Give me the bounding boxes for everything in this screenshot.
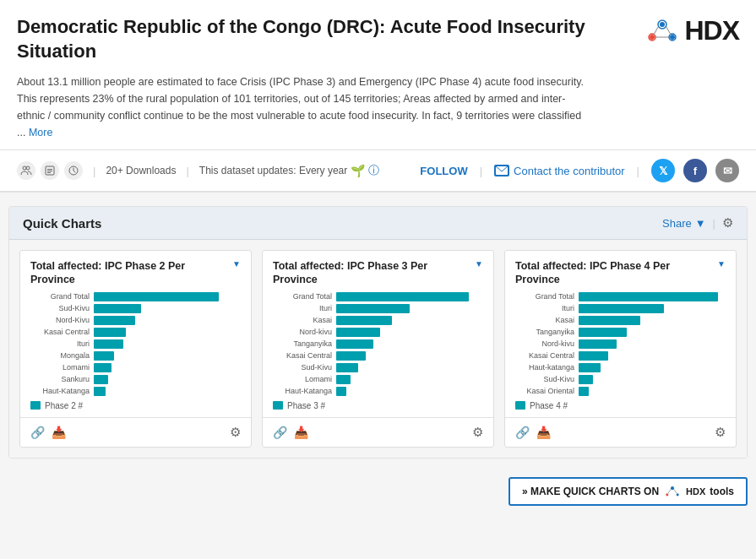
icon-btn-1[interactable]: [17, 161, 35, 180]
make-quick-charts-button[interactable]: » MAKE QUICK CHARTS ON HDX tools: [509, 477, 748, 506]
bar-track: [579, 375, 726, 384]
bar-row: Grand Total: [515, 292, 726, 301]
twitter-button[interactable]: 𝕏: [651, 159, 675, 182]
bar-fill: [579, 375, 593, 384]
bar-track: [336, 304, 483, 313]
more-link[interactable]: More: [29, 127, 52, 138]
chart-2-settings[interactable]: ⚙: [472, 425, 483, 440]
chart-1-title: Total affected: IPC Phase 2 Per Province: [30, 259, 199, 287]
bar-label: Tanganyika: [515, 328, 579, 336]
bar-label: Haut-Katanga: [273, 387, 336, 395]
hdx-logo: HDX: [645, 15, 739, 46]
bar-track: [336, 328, 483, 337]
page-bottom: » MAKE QUICK CHARTS ON HDX tools: [0, 472, 756, 511]
svg-point-7: [650, 35, 655, 40]
chart-1-link-icon[interactable]: 🔗: [30, 426, 45, 439]
svg-line-3: [654, 27, 658, 35]
svg-line-21: [674, 489, 677, 493]
bar-fill: [336, 351, 366, 361]
separator-5: |: [713, 217, 715, 230]
bar-label: Grand Total: [515, 292, 579, 301]
svg-point-9: [23, 166, 26, 170]
bar-fill: [336, 292, 469, 301]
bar-fill: [336, 304, 410, 313]
bar-label: Kasai Central: [273, 351, 336, 360]
chart-1-settings[interactable]: ⚙: [230, 425, 241, 440]
bar-row: Haut-katanga: [515, 363, 726, 372]
icon-btn-3[interactable]: [64, 161, 83, 180]
quick-charts-section: Quick Charts Share ▼ | ⚙ Total affected:…: [8, 206, 748, 459]
bar-fill: [579, 363, 601, 372]
bar-fill: [579, 316, 640, 325]
chart-3-dropdown[interactable]: ▼: [717, 259, 726, 269]
bar-fill: [94, 363, 111, 372]
chart-2-body: Grand TotalIturiKasaiNord-kivuTanganyika…: [263, 292, 493, 417]
bar-fill: [579, 292, 718, 301]
chart-1-legend: Phase 2 #: [30, 401, 241, 410]
bar-row: Sud-Kivu: [30, 304, 241, 313]
bar-track: [336, 363, 483, 372]
svg-rect-12: [47, 169, 52, 170]
chart-2-dropdown[interactable]: ▼: [475, 259, 483, 269]
icon-btn-2[interactable]: [41, 161, 59, 180]
svg-line-20: [668, 489, 671, 493]
chart-2-download-icon[interactable]: 📥: [294, 426, 308, 439]
bar-label: Lomami: [273, 375, 336, 383]
bar-fill: [94, 339, 123, 349]
bar-track: [94, 316, 241, 325]
facebook-button[interactable]: f: [683, 159, 707, 182]
chart-1-footer: 🔗 📥 ⚙: [20, 417, 251, 447]
meta-right: FOLLOW | Contact the contributor | 𝕏 f ✉: [420, 159, 739, 182]
info-icon[interactable]: ⓘ: [368, 163, 379, 178]
bar-fill: [579, 387, 589, 396]
bar-label: Mongala: [30, 351, 94, 360]
hdx-small-label: HDX: [686, 486, 705, 497]
chart-2-title: Total affected: IPC Phase 3 Per Province: [273, 259, 442, 287]
bar-track: [336, 339, 483, 349]
bar-fill: [579, 339, 617, 349]
bar-row: Ituri: [515, 304, 726, 313]
chart-1-dropdown[interactable]: ▼: [232, 259, 241, 269]
chart-card-3-header: Total affected: IPC Phase 4 Per Province…: [505, 251, 736, 292]
chart-2-link-icon[interactable]: 🔗: [273, 426, 287, 439]
legend-label-3: Phase 4 #: [530, 401, 568, 410]
legend-box-2: [273, 401, 283, 410]
bar-row: Grand Total: [30, 292, 241, 301]
bar-label: Haut-katanga: [515, 363, 579, 372]
bar-row: Haut-Katanga: [273, 387, 483, 396]
bar-label: Tanganyika: [273, 339, 336, 348]
chart-3-body: Grand TotalIturiKasaiTanganyikaNord-kivu…: [505, 292, 736, 417]
meta-bar: | 20+ Downloads | This dataset updates: …: [0, 150, 756, 193]
contact-contributor-button[interactable]: Contact the contributor: [494, 165, 625, 177]
bar-row: Ituri: [30, 339, 241, 349]
update-info: This dataset updates: Every year 🌱 ⓘ: [199, 163, 379, 178]
bar-label: Ituri: [30, 339, 94, 348]
description-text: About 13.1 million people are estimated …: [17, 73, 591, 141]
follow-button[interactable]: FOLLOW: [420, 165, 467, 177]
email-button[interactable]: ✉: [715, 159, 739, 182]
bar-label: Kasai: [273, 316, 336, 324]
bar-row: Sud-Kivu: [515, 375, 726, 384]
separator-1: |: [93, 165, 95, 177]
chart-3-download-icon[interactable]: 📥: [536, 426, 551, 439]
bar-fill: [94, 292, 219, 301]
chart-3-link-icon[interactable]: 🔗: [515, 426, 530, 439]
title-line2: Situation: [17, 41, 96, 62]
chart-1-download-icon[interactable]: 📥: [52, 426, 66, 439]
bar-track: [579, 316, 726, 325]
chart-card-1: Total affected: IPC Phase 2 Per Province…: [19, 250, 252, 448]
bar-row: Tanganyika: [515, 328, 726, 337]
chart-3-settings[interactable]: ⚙: [715, 425, 726, 440]
chart-2-footer-icons: 🔗 📥: [273, 426, 308, 439]
bar-label: Kasai Central: [515, 351, 579, 360]
chart-3-legend: Phase 4 #: [515, 401, 726, 410]
bar-label: Grand Total: [273, 292, 336, 301]
share-button[interactable]: Share ▼: [662, 217, 706, 230]
settings-button[interactable]: ⚙: [722, 215, 733, 231]
svg-point-6: [660, 22, 665, 27]
bar-label: Nord-Kivu: [30, 316, 94, 324]
bar-track: [94, 292, 241, 301]
chevron-down-icon: ▼: [695, 217, 706, 230]
page-title: Democratic Republic of the Congo (DRC): …: [17, 15, 585, 63]
legend-label-1: Phase 2 #: [45, 401, 83, 410]
